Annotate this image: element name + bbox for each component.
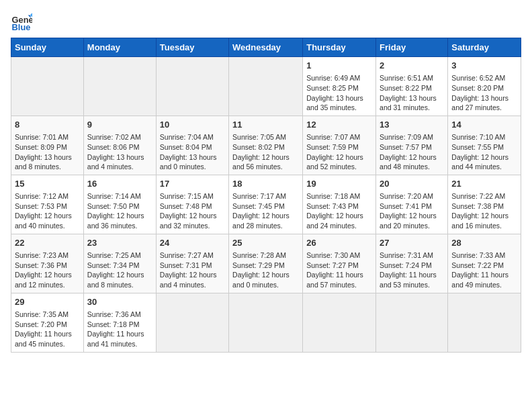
day-number: 10 — [160, 119, 225, 131]
calendar-cell: 15Sunrise: 7:12 AMSunset: 7:53 PMDayligh… — [11, 175, 84, 234]
day-number: 3 — [451, 60, 517, 72]
day-number: 24 — [160, 237, 225, 249]
day-number: 9 — [87, 119, 152, 131]
day-number: 29 — [15, 296, 80, 308]
day-number: 27 — [380, 237, 444, 249]
calendar-cell — [303, 293, 376, 352]
logo: General Blue — [11, 11, 35, 32]
header-thursday: Thursday — [303, 38, 376, 57]
calendar-cell: 3Sunrise: 6:52 AMSunset: 8:20 PMDaylight… — [448, 57, 521, 116]
day-number: 18 — [232, 178, 299, 190]
calendar-cell: 19Sunrise: 7:18 AMSunset: 7:43 PMDayligh… — [303, 175, 376, 234]
calendar-cell — [156, 57, 228, 116]
day-number: 25 — [232, 237, 299, 249]
page-header: General Blue — [11, 11, 521, 32]
day-number: 22 — [15, 237, 80, 249]
day-number: 28 — [451, 237, 517, 249]
calendar-cell: 29Sunrise: 7:35 AMSunset: 7:20 PMDayligh… — [11, 293, 84, 352]
calendar-cell: 12Sunrise: 7:07 AMSunset: 7:59 PMDayligh… — [303, 116, 376, 175]
day-number: 21 — [451, 178, 517, 190]
header-sunday: Sunday — [11, 38, 84, 57]
day-number: 13 — [380, 119, 444, 131]
calendar-week-2: 8Sunrise: 7:01 AMSunset: 8:09 PMDaylight… — [11, 116, 521, 175]
header-monday: Monday — [83, 38, 156, 57]
calendar-table: SundayMondayTuesdayWednesdayThursdayFrid… — [11, 38, 521, 353]
header-saturday: Saturday — [448, 38, 521, 57]
calendar-cell: 10Sunrise: 7:04 AMSunset: 8:04 PMDayligh… — [156, 116, 228, 175]
calendar-week-3: 15Sunrise: 7:12 AMSunset: 7:53 PMDayligh… — [11, 175, 521, 234]
day-number: 15 — [15, 178, 80, 190]
calendar-cell: 17Sunrise: 7:15 AMSunset: 7:48 PMDayligh… — [156, 175, 228, 234]
calendar-cell: 13Sunrise: 7:09 AMSunset: 7:57 PMDayligh… — [376, 116, 448, 175]
calendar-cell: 9Sunrise: 7:02 AMSunset: 8:06 PMDaylight… — [83, 116, 156, 175]
day-number: 1 — [306, 60, 372, 72]
day-number: 20 — [380, 178, 444, 190]
calendar-cell: 23Sunrise: 7:25 AMSunset: 7:34 PMDayligh… — [83, 234, 156, 293]
header-wednesday: Wednesday — [229, 38, 303, 57]
calendar-cell: 30Sunrise: 7:36 AMSunset: 7:18 PMDayligh… — [83, 293, 156, 352]
day-number: 12 — [306, 119, 372, 131]
svg-text:Blue: Blue — [12, 22, 31, 32]
calendar-cell — [448, 293, 521, 352]
calendar-cell: 16Sunrise: 7:14 AMSunset: 7:50 PMDayligh… — [83, 175, 156, 234]
calendar-week-5: 29Sunrise: 7:35 AMSunset: 7:20 PMDayligh… — [11, 293, 521, 352]
calendar-cell: 27Sunrise: 7:31 AMSunset: 7:24 PMDayligh… — [376, 234, 448, 293]
day-number: 8 — [15, 119, 80, 131]
day-number: 16 — [87, 178, 152, 190]
calendar-cell — [83, 57, 156, 116]
calendar-cell: 14Sunrise: 7:10 AMSunset: 7:55 PMDayligh… — [448, 116, 521, 175]
calendar-cell: 2Sunrise: 6:51 AMSunset: 8:22 PMDaylight… — [376, 57, 448, 116]
calendar-cell: 11Sunrise: 7:05 AMSunset: 8:02 PMDayligh… — [229, 116, 303, 175]
calendar-cell — [156, 293, 228, 352]
day-number: 30 — [87, 296, 152, 308]
calendar-cell: 8Sunrise: 7:01 AMSunset: 8:09 PMDaylight… — [11, 116, 84, 175]
calendar-cell: 22Sunrise: 7:23 AMSunset: 7:36 PMDayligh… — [11, 234, 84, 293]
day-number: 17 — [160, 178, 225, 190]
day-number: 19 — [306, 178, 372, 190]
calendar-cell: 26Sunrise: 7:30 AMSunset: 7:27 PMDayligh… — [303, 234, 376, 293]
calendar-cell: 28Sunrise: 7:33 AMSunset: 7:22 PMDayligh… — [448, 234, 521, 293]
calendar-cell — [376, 293, 448, 352]
logo-icon: General Blue — [11, 11, 32, 32]
day-number: 26 — [306, 237, 372, 249]
calendar-cell: 21Sunrise: 7:22 AMSunset: 7:38 PMDayligh… — [448, 175, 521, 234]
calendar-cell — [229, 293, 303, 352]
day-number: 11 — [232, 119, 299, 131]
header-friday: Friday — [376, 38, 448, 57]
day-number: 23 — [87, 237, 152, 249]
calendar-week-4: 22Sunrise: 7:23 AMSunset: 7:36 PMDayligh… — [11, 234, 521, 293]
calendar-cell: 1Sunrise: 6:49 AMSunset: 8:25 PMDaylight… — [303, 57, 376, 116]
calendar-header-row: SundayMondayTuesdayWednesdayThursdayFrid… — [11, 38, 521, 57]
day-number: 14 — [451, 119, 517, 131]
calendar-cell — [11, 57, 84, 116]
calendar-cell: 24Sunrise: 7:27 AMSunset: 7:31 PMDayligh… — [156, 234, 228, 293]
calendar-cell: 25Sunrise: 7:28 AMSunset: 7:29 PMDayligh… — [229, 234, 303, 293]
header-tuesday: Tuesday — [156, 38, 228, 57]
calendar-cell: 20Sunrise: 7:20 AMSunset: 7:41 PMDayligh… — [376, 175, 448, 234]
calendar-week-1: 1Sunrise: 6:49 AMSunset: 8:25 PMDaylight… — [11, 57, 521, 116]
calendar-cell — [229, 57, 303, 116]
calendar-cell: 18Sunrise: 7:17 AMSunset: 7:45 PMDayligh… — [229, 175, 303, 234]
day-number: 2 — [380, 60, 444, 72]
